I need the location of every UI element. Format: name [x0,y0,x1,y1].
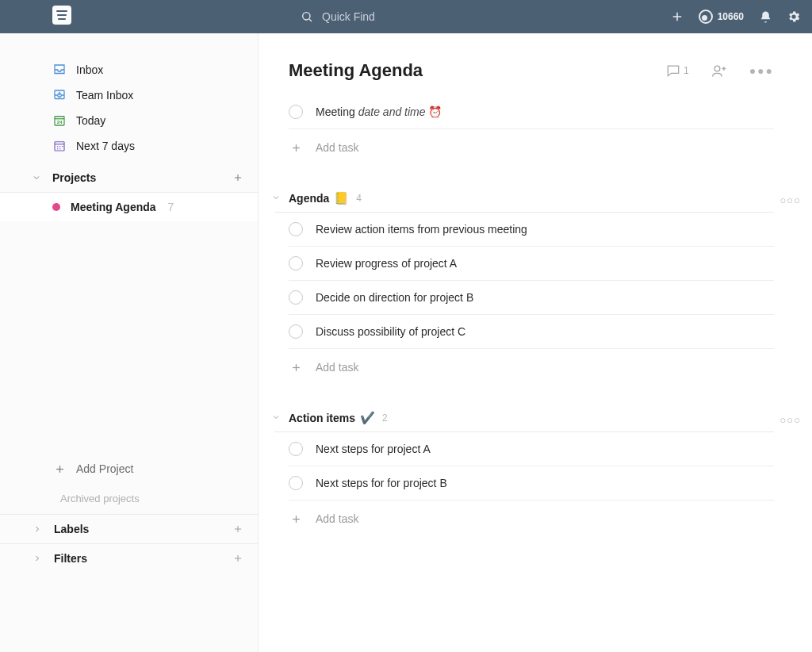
chevron-right-icon [30,551,44,566]
page-header: Meeting Agenda 1 ●●● [289,60,774,81]
labels-label: Labels [54,523,89,535]
more-menu-button[interactable]: ●●● [749,64,774,77]
svg-point-0 [303,13,310,20]
section-header[interactable]: Agenda📒4○○○ [274,191,774,213]
top-bar: 10660 [0,0,812,33]
karma-points: 10660 [718,11,744,22]
sidebar-nav: Inbox Team Inbox 24 Today Next 7 days [0,57,259,163]
today-icon: 24 [52,113,67,128]
task-checkbox[interactable] [289,290,303,305]
add-task-label: Add task [316,512,358,525]
search-icon [300,10,314,24]
plus-icon [289,512,303,526]
plus-icon [52,462,67,476]
filters-label: Filters [54,552,87,565]
section-header[interactable]: Action items✔️2○○○ [274,411,774,432]
karma-button[interactable]: 10660 [699,10,744,24]
main-content: Meeting Agenda 1 ●●● Meeting date and ti… [259,33,812,652]
chevron-down-icon[interactable] [271,412,281,422]
task-title: Meeting date and time ⏰ [316,105,442,118]
add-label-icon[interactable] [232,523,244,535]
sidebar-label: Today [76,114,105,127]
svg-point-12 [62,146,63,148]
quick-add-icon[interactable] [670,10,684,24]
project-color-dot [52,203,60,211]
section-count: 2 [382,412,388,424]
svg-text:24: 24 [57,120,63,125]
sidebar-item-next7days[interactable]: Next 7 days [0,133,259,159]
app-body: Inbox Team Inbox 24 Today Next 7 days [0,33,812,652]
sidebar-item-inbox[interactable]: Inbox [0,57,259,82]
svg-point-14 [59,148,61,150]
svg-point-23 [714,66,720,71]
inbox-icon [52,63,67,77]
sidebar-section-filters[interactable]: Filters [0,544,259,573]
chevron-down-icon[interactable] [271,193,281,202]
task-row[interactable]: Meeting date and time ⏰ [289,95,774,129]
add-task-label: Add task [316,141,358,154]
task-title: Decide on direction for project B [316,291,473,304]
task-checkbox[interactable] [289,442,303,456]
svg-point-10 [57,146,59,148]
add-project-button[interactable]: Add Project [0,454,259,483]
sidebar-item-today[interactable]: 24 Today [0,108,259,133]
sidebar-item-team-inbox[interactable]: Team Inbox [0,82,259,108]
sidebar-label: Team Inbox [76,89,133,102]
plus-icon [289,360,303,374]
add-task-button[interactable]: Add task [289,129,774,155]
sidebar: Inbox Team Inbox 24 Today Next 7 days [0,33,259,652]
add-project-label: Add Project [76,462,133,475]
task-title: Discuss possibility of project C [316,325,465,338]
task-title: Next steps for for project B [316,477,447,489]
comments-button[interactable]: 1 [665,63,689,79]
settings-icon[interactable] [787,10,801,24]
task-checkbox[interactable] [289,324,303,339]
sidebar-label: Next 7 days [76,140,135,152]
section-title: Action items [289,412,355,424]
add-task-button[interactable]: Add task [289,349,774,374]
share-button[interactable] [711,63,727,79]
svg-line-1 [309,19,312,21]
task-checkbox[interactable] [289,476,303,490]
svg-point-11 [59,146,61,148]
top-right-controls: 10660 [670,10,801,24]
svg-point-13 [57,148,59,150]
section-emoji: ✔️ [360,411,375,425]
task-checkbox[interactable] [289,256,303,270]
project-count: 7 [168,201,174,213]
section-more-icon[interactable]: ○○○ [779,194,801,206]
add-filter-icon[interactable] [232,552,244,565]
task-row[interactable]: Next steps for project A [289,432,774,466]
search-input[interactable] [322,10,481,23]
section-more-icon[interactable]: ○○○ [779,414,801,426]
chevron-right-icon [30,522,44,536]
sidebar-section-projects[interactable]: Projects [0,163,259,193]
task-row[interactable]: Review action items from previous meetin… [289,213,774,247]
section-count: 4 [356,193,362,204]
sidebar-project-meeting-agenda[interactable]: Meeting Agenda 7 [0,193,259,221]
task-title: Review action items from previous meetin… [316,223,527,236]
section-label: Projects [52,171,96,184]
section-emoji: 📒 [334,191,349,205]
karma-icon [699,10,713,24]
task-row[interactable]: Next steps for for project B [289,466,774,501]
task-checkbox[interactable] [289,105,303,119]
task-row[interactable]: Discuss possibility of project C [289,315,774,349]
task-checkbox[interactable] [289,222,303,236]
add-project-inline-icon[interactable] [232,171,244,184]
quick-find[interactable] [300,10,481,24]
calendar-icon [52,139,67,153]
app-logo[interactable] [52,6,71,25]
chevron-down-icon [30,171,43,184]
section-title: Agenda [289,192,329,205]
notifications-icon[interactable] [758,10,772,24]
task-row[interactable]: Decide on direction for project B [289,281,774,315]
page-title: Meeting Agenda [289,60,423,81]
task-title: Next steps for project A [316,443,431,455]
sidebar-section-labels[interactable]: Labels [0,515,259,544]
team-inbox-icon [52,88,67,102]
add-task-button[interactable]: Add task [289,501,774,526]
task-row[interactable]: Review progress of project A [289,247,774,281]
plus-icon [289,140,303,155]
archived-projects-label[interactable]: Archived projects [0,483,259,515]
